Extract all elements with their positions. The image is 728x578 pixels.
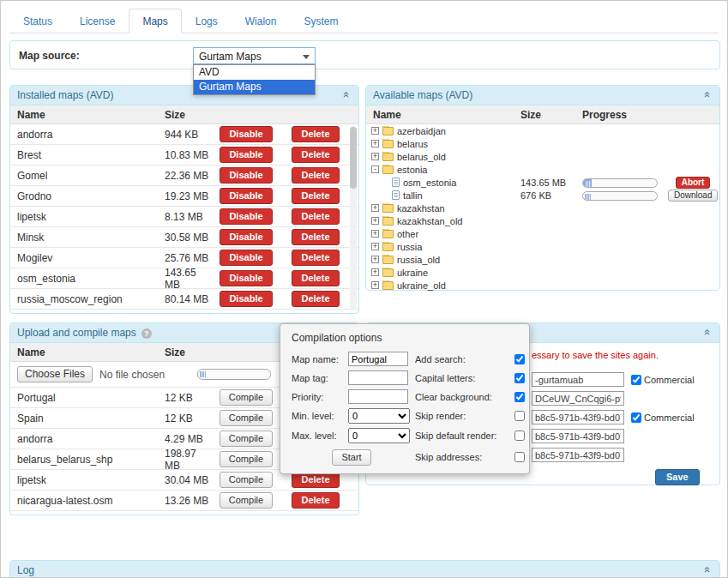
map-size: 676 KB (520, 190, 582, 201)
tab[interactable]: Status (9, 9, 66, 33)
key-input[interactable] (532, 429, 624, 443)
priority-input[interactable] (348, 389, 408, 404)
disable-button[interactable]: Disable (220, 229, 272, 245)
map-name[interactable]: kazakhstan (397, 203, 445, 214)
disable-button[interactable]: Disable (220, 167, 272, 184)
map-name[interactable]: russia_old (397, 255, 440, 265)
map-tag-input[interactable] (348, 370, 408, 385)
choose-files-button[interactable]: Choose Files (17, 366, 93, 382)
map-name[interactable]: ukraine (397, 268, 428, 278)
delete-button[interactable]: Delete (292, 229, 339, 245)
commercial-option[interactable]: Commercial (631, 375, 695, 385)
delete-button[interactable]: Delete (292, 208, 339, 225)
map-name[interactable]: azerbaidjan (397, 126, 446, 136)
map-source-select[interactable]: Gurtam Maps (193, 47, 316, 64)
disable-button[interactable]: Disable (220, 208, 272, 225)
scrollbar[interactable] (350, 126, 357, 310)
map-name[interactable]: belarus (397, 139, 428, 149)
delete-button[interactable]: Delete (292, 492, 339, 509)
expander-icon[interactable]: - (371, 166, 379, 173)
delete-button[interactable]: Delete (292, 188, 339, 204)
disable-button[interactable]: Disable (220, 188, 272, 204)
compile-button[interactable]: Compile (220, 389, 273, 406)
tab[interactable]: Wialon (232, 9, 291, 33)
delete-button[interactable]: Delete (292, 250, 339, 266)
map-source-option[interactable]: AVD (194, 65, 315, 80)
expander-icon[interactable]: + (371, 230, 379, 238)
map-size: 8.13 MB (165, 211, 213, 223)
add-search-checkbox[interactable] (514, 354, 525, 364)
skip-default-render-checkbox[interactable] (514, 430, 525, 441)
delete-button[interactable]: Delete (292, 126, 339, 142)
expander-icon[interactable]: + (371, 256, 379, 263)
commercial-checkbox[interactable] (631, 412, 641, 423)
clear-background-checkbox[interactable] (514, 392, 525, 402)
scrollbar-thumb[interactable] (350, 127, 357, 189)
collapse-icon[interactable] (701, 326, 713, 339)
expander-icon[interactable]: + (371, 281, 379, 289)
disable-button[interactable]: Disable (220, 291, 272, 307)
min-level-select[interactable]: 0 (348, 408, 410, 424)
key-input[interactable] (532, 372, 624, 387)
tree-row: + russia (366, 240, 719, 253)
tab[interactable]: License (66, 9, 129, 33)
disable-button[interactable]: Disable (220, 250, 272, 266)
delete-button[interactable]: Delete (292, 291, 339, 307)
tab[interactable]: Maps (129, 9, 181, 33)
collapse-icon[interactable] (340, 88, 352, 101)
expander-icon[interactable]: + (371, 243, 379, 250)
skip-render-checkbox[interactable] (514, 411, 525, 421)
compile-button[interactable]: Compile (220, 410, 273, 426)
help-icon[interactable] (141, 328, 152, 339)
expander-icon[interactable]: + (371, 127, 379, 135)
skip-addresses-checkbox[interactable] (514, 452, 525, 462)
log-header: Log (10, 561, 719, 578)
tree-row: tallin 676 KB Download (366, 189, 719, 202)
map-name[interactable]: estonia (397, 165, 427, 175)
map-name: Minsk (10, 232, 165, 244)
disable-button[interactable]: Disable (220, 147, 272, 163)
compile-button[interactable]: Compile (220, 430, 273, 447)
expander-icon[interactable]: + (371, 268, 379, 276)
map-name[interactable]: osm_estonia (403, 178, 456, 188)
key-input[interactable] (532, 410, 624, 424)
map-name[interactable]: ukraine_old (397, 280, 446, 291)
disable-button[interactable]: Disable (220, 270, 272, 286)
capital-letters-checkbox[interactable] (514, 373, 525, 383)
tree-action-button[interactable]: Download (668, 190, 718, 202)
start-button[interactable]: Start (332, 449, 370, 466)
map-name[interactable]: russia (397, 242, 422, 252)
delete-button[interactable]: Delete (292, 147, 339, 163)
commercial-checkbox[interactable] (631, 375, 641, 385)
tab[interactable]: System (290, 9, 352, 33)
compile-button[interactable]: Compile (220, 451, 273, 467)
compile-button[interactable]: Compile (220, 492, 273, 509)
file-status: No file chosen (99, 369, 165, 381)
commercial-option[interactable]: Commercial (631, 412, 695, 423)
expander-icon[interactable]: + (371, 153, 379, 160)
key-input[interactable] (532, 448, 624, 462)
column-header-name: Name (366, 109, 520, 121)
map-name[interactable]: kazakhstan_old (397, 216, 462, 226)
expander-icon[interactable]: + (371, 217, 379, 225)
map-name-input[interactable] (348, 352, 408, 366)
disable-button[interactable]: Disable (220, 126, 272, 142)
collapse-icon[interactable] (701, 563, 713, 576)
save-button[interactable]: Save (655, 469, 700, 485)
map-source-option[interactable]: Gurtam Maps (194, 80, 315, 94)
map-name[interactable]: tallin (403, 190, 423, 201)
tab[interactable]: Logs (182, 9, 232, 33)
table-row: andorra 944 KB Disable Delete (10, 124, 358, 145)
map-source-dropdown-list: AVD Gurtam Maps (193, 64, 316, 95)
collapse-icon[interactable] (701, 88, 713, 101)
delete-button[interactable]: Delete (292, 270, 339, 286)
expander-icon[interactable]: + (371, 204, 379, 212)
map-name[interactable]: other (397, 229, 418, 239)
max-level-select[interactable]: 0 (348, 428, 410, 443)
key-input[interactable] (532, 391, 624, 406)
tree-action-button[interactable]: Abort (676, 177, 711, 189)
map-name[interactable]: belarus_old (397, 152, 446, 162)
delete-button[interactable]: Delete (292, 167, 339, 184)
expander-icon[interactable]: + (371, 140, 379, 148)
compile-button[interactable]: Compile (220, 472, 273, 488)
